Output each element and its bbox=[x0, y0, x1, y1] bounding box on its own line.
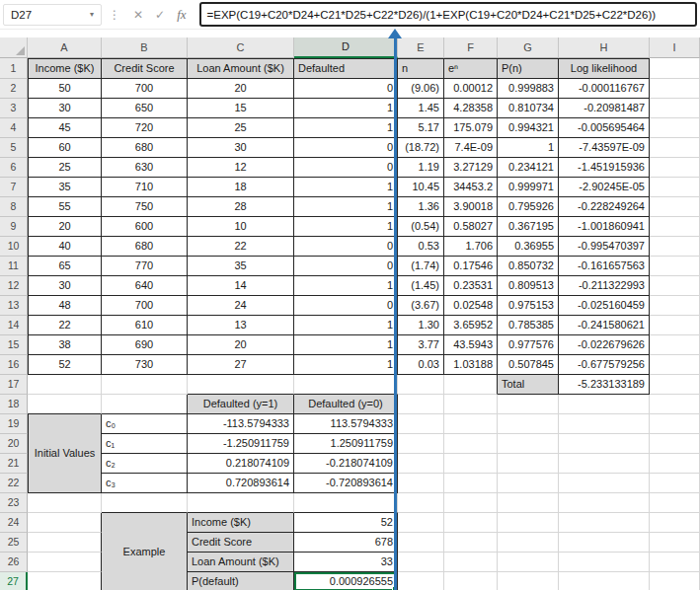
cell-C11[interactable]: 35 bbox=[188, 257, 294, 276]
cell-G6[interactable]: 0.234121 bbox=[498, 158, 559, 178]
cell-B11[interactable]: 770 bbox=[102, 257, 188, 276]
cell-C1[interactable]: Loan Amount ($K) bbox=[188, 58, 294, 79]
cell-E5[interactable]: (18.72) bbox=[398, 138, 444, 158]
cell-H24[interactable] bbox=[559, 513, 650, 533]
cell-D27[interactable]: 0.000926555 bbox=[294, 572, 398, 590]
cell-F15[interactable]: 43.5943 bbox=[444, 335, 498, 355]
cell-C9[interactable]: 10 bbox=[188, 217, 294, 237]
cell-F5[interactable]: 7.4E-09 bbox=[444, 138, 498, 158]
cell-D2[interactable]: 0 bbox=[294, 79, 398, 99]
cell-D13[interactable]: 0 bbox=[294, 296, 398, 316]
cell-D7[interactable]: 1 bbox=[294, 178, 398, 197]
cell-C15[interactable]: 20 bbox=[188, 335, 294, 355]
cell-I1[interactable] bbox=[650, 58, 700, 79]
select-all-corner[interactable] bbox=[0, 37, 28, 58]
cell-G9[interactable]: 0.367195 bbox=[498, 217, 559, 237]
cell-H13[interactable]: -0.025160459 bbox=[559, 296, 650, 316]
cell-I6[interactable] bbox=[650, 158, 700, 178]
cell-E25[interactable] bbox=[398, 533, 444, 553]
insert-function-icon[interactable]: fx bbox=[177, 7, 186, 23]
row-header-23[interactable]: 23 bbox=[0, 493, 28, 513]
cell-D1[interactable]: Defaulted bbox=[294, 58, 398, 79]
cell-E21[interactable] bbox=[398, 454, 444, 474]
cell-B22[interactable]: c₃ bbox=[102, 474, 188, 493]
cell-D25[interactable]: 678 bbox=[294, 533, 398, 553]
cell-B20[interactable]: c₁ bbox=[102, 434, 188, 454]
cell-I3[interactable] bbox=[650, 99, 700, 118]
cell-D20[interactable]: 1.250911759 bbox=[294, 434, 398, 454]
cell-G14[interactable]: 0.785385 bbox=[498, 316, 559, 335]
cell-A18[interactable] bbox=[28, 395, 102, 414]
cell-F10[interactable]: 1.706 bbox=[444, 237, 498, 257]
cell-H27[interactable] bbox=[559, 572, 650, 590]
cell-H16[interactable]: -0.677579256 bbox=[559, 355, 650, 375]
cell-E26[interactable] bbox=[398, 553, 444, 572]
col-header-I[interactable]: I bbox=[650, 37, 700, 58]
cell-G2[interactable]: 0.999883 bbox=[498, 79, 559, 99]
cancel-icon[interactable]: ✕ bbox=[133, 8, 143, 22]
cell-A16[interactable]: 52 bbox=[28, 355, 102, 375]
cell-I9[interactable] bbox=[650, 217, 700, 237]
cell-C23[interactable] bbox=[188, 493, 294, 513]
cell-H10[interactable]: -0.995470397 bbox=[559, 237, 650, 257]
row-header-9[interactable]: 9 bbox=[0, 217, 28, 237]
cell-F3[interactable]: 4.28358 bbox=[444, 99, 498, 118]
row-header-24[interactable]: 24 bbox=[0, 513, 28, 533]
cell-A9[interactable]: 20 bbox=[28, 217, 102, 237]
cell-I13[interactable] bbox=[650, 296, 700, 316]
cell-G18[interactable] bbox=[498, 395, 559, 414]
cell-G3[interactable]: 0.810734 bbox=[498, 99, 559, 118]
cell-B17[interactable] bbox=[102, 375, 188, 395]
cell-D21[interactable]: -0.218074109 bbox=[294, 454, 398, 474]
col-header-A[interactable]: A bbox=[28, 37, 102, 58]
row-header-21[interactable]: 21 bbox=[0, 454, 28, 474]
cell-I2[interactable] bbox=[650, 79, 700, 99]
cell-D16[interactable]: 1 bbox=[294, 355, 398, 375]
cell-G23[interactable] bbox=[498, 493, 559, 513]
cell-E11[interactable]: (1.74) bbox=[398, 257, 444, 276]
cell-C20[interactable]: -1.250911759 bbox=[188, 434, 294, 454]
cell-F22[interactable] bbox=[444, 474, 498, 493]
enter-icon[interactable]: ✓ bbox=[155, 8, 165, 22]
cell-A8[interactable]: 55 bbox=[28, 197, 102, 217]
cell-E23[interactable] bbox=[398, 493, 444, 513]
row-header-6[interactable]: 6 bbox=[0, 158, 28, 178]
cell-I24[interactable] bbox=[650, 513, 700, 533]
cell-F6[interactable]: 3.27129 bbox=[444, 158, 498, 178]
row-header-12[interactable]: 12 bbox=[0, 276, 28, 296]
col-header-G[interactable]: G bbox=[498, 37, 559, 58]
cell-B12[interactable]: 640 bbox=[102, 276, 188, 296]
cell-B13[interactable]: 700 bbox=[102, 296, 188, 316]
cell-H25[interactable] bbox=[559, 533, 650, 553]
cell-F4[interactable]: 175.079 bbox=[444, 118, 498, 138]
formula-input[interactable]: =EXP(C19+C20*D24+C21*D25+C22*D26)/(1+EXP… bbox=[199, 2, 697, 27]
cell-D5[interactable]: 0 bbox=[294, 138, 398, 158]
example-label[interactable]: Example bbox=[102, 513, 188, 590]
cell-I18[interactable] bbox=[650, 395, 700, 414]
cell-A5[interactable]: 60 bbox=[28, 138, 102, 158]
cell-H14[interactable]: -0.241580621 bbox=[559, 316, 650, 335]
cell-A26[interactable] bbox=[28, 553, 102, 572]
cell-E27[interactable] bbox=[398, 572, 444, 590]
row-header-2[interactable]: 2 bbox=[0, 79, 28, 99]
cell-B10[interactable]: 680 bbox=[102, 237, 188, 257]
cell-E22[interactable] bbox=[398, 474, 444, 493]
row-header-5[interactable]: 5 bbox=[0, 138, 28, 158]
cell-D9[interactable]: 1 bbox=[294, 217, 398, 237]
cell-B15[interactable]: 690 bbox=[102, 335, 188, 355]
cell-G25[interactable] bbox=[498, 533, 559, 553]
cell-H23[interactable] bbox=[559, 493, 650, 513]
row-header-26[interactable]: 26 bbox=[0, 553, 28, 572]
cell-F20[interactable] bbox=[444, 434, 498, 454]
col-header-F[interactable]: F bbox=[444, 37, 498, 58]
cell-A1[interactable]: Income ($K) bbox=[28, 58, 102, 79]
cell-E12[interactable]: (1.45) bbox=[398, 276, 444, 296]
cell-H20[interactable] bbox=[559, 434, 650, 454]
cell-B9[interactable]: 600 bbox=[102, 217, 188, 237]
cell-I19[interactable] bbox=[650, 414, 700, 434]
cell-I10[interactable] bbox=[650, 237, 700, 257]
cell-F8[interactable]: 3.90018 bbox=[444, 197, 498, 217]
cell-G24[interactable] bbox=[498, 513, 559, 533]
row-header-7[interactable]: 7 bbox=[0, 178, 28, 197]
cell-A24[interactable] bbox=[28, 513, 102, 533]
